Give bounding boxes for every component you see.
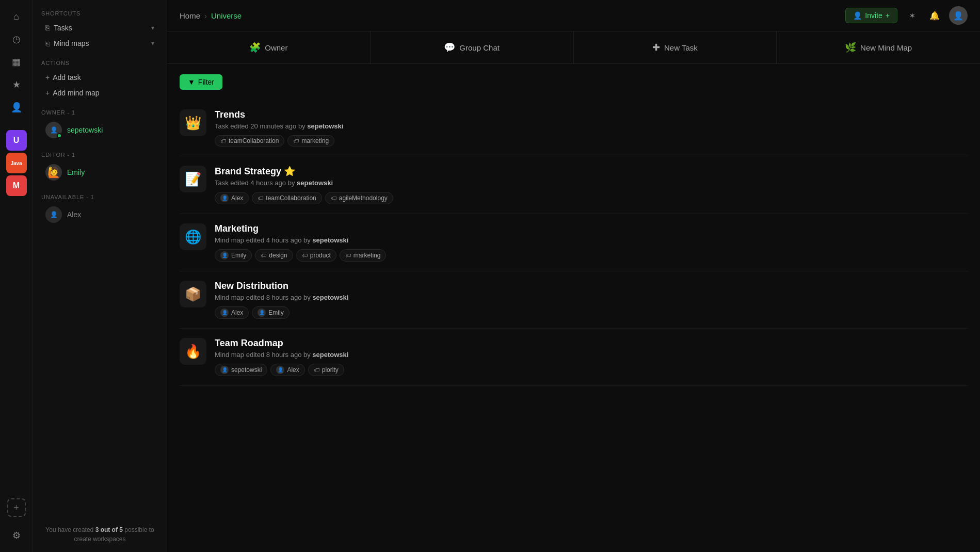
topbar: Home › Universe 👤 Invite + ✶ 🔔 👤: [167, 0, 980, 31]
editor-member[interactable]: 🙋 Emily: [41, 162, 158, 183]
owner-avatar: 👤: [45, 122, 62, 138]
tag-label: 🏷 marketing: [287, 135, 334, 147]
marketing-item[interactable]: 🌐 Marketing Mind map edited 4 hours ago …: [180, 214, 968, 271]
workspace-u[interactable]: U: [6, 130, 27, 151]
breadcrumb-current: Universe: [211, 11, 242, 20]
add-mindmap-action[interactable]: + Add mind map: [41, 86, 158, 100]
editor-label: EDITOR - 1: [41, 152, 158, 158]
mindmaps-chevron-icon: ▾: [151, 40, 154, 47]
item-body: Team Roadmap Mind map edited 8 hours ago…: [215, 338, 968, 376]
tag-label: 🏷 piority: [308, 364, 344, 376]
tag-label: 🏷 agileMethodology: [325, 192, 393, 204]
calendar-icon[interactable]: ▦: [6, 52, 27, 72]
new-task-icon: ✚: [652, 42, 660, 53]
tag-label: 🏷 teamCollaboration: [252, 192, 322, 204]
workspace-java[interactable]: Java: [6, 153, 27, 173]
tag-label: 🏷 product: [296, 249, 336, 262]
user-tag-icon: 👤: [276, 366, 284, 374]
content-area: ▼ Filter 👑 Trends Task edited 20 minutes…: [167, 64, 980, 552]
item-tags: 👤 Alex 🏷 teamCollaboration 🏷 agileMethod…: [215, 192, 968, 204]
actions-label: ACTIONS: [41, 60, 158, 66]
sidebar-item-tasks[interactable]: ⎘ Tasks ▾: [41, 21, 158, 35]
user-tag-icon: 👤: [220, 366, 229, 374]
tag-label: 🏷 teamCollaboration: [215, 135, 284, 147]
star-icon[interactable]: ★: [6, 74, 27, 95]
label-tag-icon: 🏷: [302, 252, 308, 258]
workspace-m[interactable]: M: [6, 175, 27, 196]
item-meta: Mind map edited 8 hours ago by sepetowsk…: [215, 294, 968, 301]
item-title: Marketing: [215, 223, 968, 234]
mindmaps-label: Mind maps: [54, 39, 89, 47]
trends-item[interactable]: 👑 Trends Task edited 20 minutes ago by s…: [180, 100, 968, 156]
tasks-label: Tasks: [54, 24, 72, 32]
unavailable-name: Alex: [67, 210, 81, 219]
sidebar-item-mindmaps[interactable]: ⎗ Mind maps ▾: [41, 36, 158, 51]
notifications-icon[interactable]: 🔔: [926, 7, 943, 24]
user-tag-icon: 👤: [220, 309, 229, 317]
owner-button-label: Owner: [265, 43, 287, 52]
unavailable-label: UNAVAILABLE - 1: [41, 194, 158, 200]
label-tag-icon: 🏷: [314, 367, 319, 373]
item-meta: Task edited 20 minutes ago by sepetowski: [215, 122, 968, 130]
item-title: Team Roadmap: [215, 338, 968, 349]
item-icon: 🔥: [180, 338, 206, 365]
owner-label: OWNER - 1: [41, 109, 158, 116]
user-avatar[interactable]: 👤: [949, 6, 968, 25]
filter-icon: ▼: [188, 78, 195, 86]
breadcrumb-home[interactable]: Home: [180, 11, 200, 20]
settings-icon[interactable]: ⚙: [6, 525, 27, 546]
home-icon[interactable]: ⌂: [6, 6, 27, 27]
editor-avatar: 🙋: [45, 164, 62, 181]
filter-label: Filter: [198, 78, 214, 86]
unavailable-member[interactable]: 👤 Alex: [41, 204, 158, 225]
new-mind-map-button[interactable]: 🌿 New Mind Map: [777, 31, 980, 63]
shortcuts-label: SHORTCUTS: [41, 10, 158, 17]
add-mindmap-plus-icon: +: [45, 89, 50, 97]
filter-button[interactable]: ▼ Filter: [180, 74, 222, 90]
owner-button[interactable]: 🧩 Owner: [167, 31, 371, 63]
unavailable-avatar: 👤: [45, 206, 62, 223]
mindmaps-icon: ⎗: [45, 39, 50, 47]
team-roadmap-item[interactable]: 🔥 Team Roadmap Mind map edited 8 hours a…: [180, 329, 968, 386]
label-tag-icon: 🏷: [293, 138, 299, 144]
add-task-action[interactable]: + Add task: [41, 70, 158, 85]
group-chat-button[interactable]: 💬 Group Chat: [371, 31, 574, 63]
brand-strategy-item[interactable]: 📝 Brand Strategy ⭐ Task edited 4 hours a…: [180, 156, 968, 214]
item-icon: 📝: [180, 166, 206, 192]
item-body: New Distribution Mind map edited 8 hours…: [215, 281, 968, 319]
label-tag-icon: 🏷: [220, 138, 226, 144]
new-distribution-item[interactable]: 📦 New Distribution Mind map edited 8 hou…: [180, 271, 968, 329]
label-tag-icon: 🏷: [331, 195, 336, 201]
tag-user: 👤 sepetowski: [215, 364, 267, 376]
group-chat-icon: 💬: [444, 42, 455, 53]
workspace-limit-notice: You have created 3 out of 5 possible to …: [41, 515, 158, 544]
tag-user: 👤 Alex: [215, 192, 249, 204]
items-list: 👑 Trends Task edited 20 minutes ago by s…: [180, 100, 968, 386]
tasks-icon: ⎘: [45, 24, 50, 32]
add-task-plus-icon: +: [45, 73, 50, 82]
group-chat-label: Group Chat: [459, 43, 500, 52]
item-meta: Mind map edited 8 hours ago by sepetowsk…: [215, 351, 968, 359]
breadcrumb-separator-icon: ›: [204, 11, 207, 20]
add-workspace-button[interactable]: +: [7, 498, 26, 517]
extensions-icon[interactable]: ✶: [904, 7, 920, 24]
item-tags: 🏷 teamCollaboration 🏷 marketing: [215, 135, 968, 147]
owner-member[interactable]: 👤 sepetowski: [41, 120, 158, 140]
action-buttons-row: 🧩 Owner 💬 Group Chat ✚ New Task 🌿 New Mi…: [167, 31, 980, 64]
timer-icon[interactable]: ◷: [6, 29, 27, 50]
user-icon[interactable]: 👤: [6, 97, 27, 118]
label-tag-icon: 🏷: [261, 252, 266, 258]
item-meta: Task edited 4 hours ago by sepetowski: [215, 179, 968, 187]
item-title: New Distribution: [215, 281, 968, 291]
item-icon: 👑: [180, 109, 206, 136]
item-body: Trends Task edited 20 minutes ago by sep…: [215, 109, 968, 147]
add-task-label: Add task: [53, 73, 81, 82]
invite-plus-icon: +: [886, 11, 890, 20]
invite-button[interactable]: 👤 Invite +: [845, 8, 897, 23]
new-task-button[interactable]: ✚ New Task: [574, 31, 777, 63]
label-tag-icon: 🏷: [345, 252, 351, 258]
tag-user: 👤 Alex: [270, 364, 304, 376]
main-panel: Home › Universe 👤 Invite + ✶ 🔔 👤 🧩 Owner…: [167, 0, 980, 552]
item-icon: 🌐: [180, 223, 206, 250]
new-mind-map-icon: 🌿: [845, 42, 856, 53]
